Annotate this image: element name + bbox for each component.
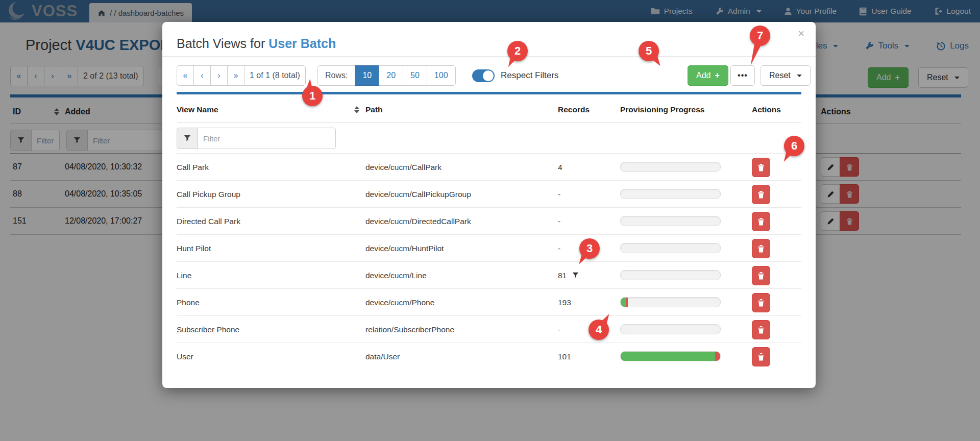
chevron-down-icon [797, 75, 802, 77]
column-header-actions: Actions [752, 105, 781, 114]
cell-path: device/cucm/CallPark [365, 163, 442, 172]
delete-button[interactable] [752, 347, 770, 366]
sort-icon[interactable] [354, 106, 359, 113]
cell-records: - [558, 325, 560, 334]
divider [177, 342, 801, 343]
cell-records: - [558, 244, 560, 253]
divider [177, 122, 801, 123]
divider [177, 207, 801, 208]
rows-option-10[interactable]: 10 [355, 65, 379, 86]
trash-icon [757, 272, 765, 280]
divider [177, 288, 801, 289]
column-header-progress: Provisioning Progress [620, 105, 704, 114]
divider [177, 153, 801, 154]
column-header-path[interactable]: Path [365, 105, 383, 114]
cell-view-name: Phone [177, 298, 200, 307]
cell-records: - [558, 217, 560, 226]
add-button[interactable]: Add+ [688, 65, 728, 86]
cell-path: device/cucm/HuntPilot [365, 244, 444, 253]
callout-badge-6: 6 [784, 136, 804, 156]
first-page-button[interactable]: « [177, 65, 194, 86]
progress-bar [620, 351, 721, 361]
filter-icon [572, 272, 579, 279]
cell-path: device/cucm/Phone [365, 298, 434, 307]
delete-button[interactable] [752, 239, 770, 258]
cell-path: relation/SubscriberPhone [365, 325, 454, 334]
cell-records: 193 [558, 298, 571, 307]
cell-path: data/User [365, 352, 400, 361]
rows-label: Rows: [317, 65, 355, 86]
filter-icon [184, 135, 191, 142]
plus-icon: + [715, 71, 719, 80]
cell-view-name: Directed Call Park [177, 217, 240, 226]
progress-bar [620, 189, 721, 199]
cell-view-name: Hunt Pilot [177, 244, 211, 253]
divider [177, 234, 801, 235]
rows-per-page-group: Rows: 10 20 50 100 [317, 65, 456, 86]
delete-button[interactable] [752, 293, 770, 312]
trash-icon [757, 299, 765, 307]
cell-view-name: User [177, 352, 193, 361]
modal-pagination: « ‹ › » 1 of 1 (8 total) [177, 65, 306, 86]
more-actions-button[interactable]: ••• [730, 65, 755, 86]
divider [177, 261, 801, 262]
reset-button[interactable]: Reset [761, 65, 811, 86]
trash-icon [757, 190, 765, 199]
respect-filters-label: Respect Filters [501, 70, 558, 81]
last-page-button[interactable]: » [227, 65, 244, 86]
divider [177, 315, 801, 316]
respect-filters-toggle[interactable] [472, 69, 495, 82]
divider [177, 180, 801, 181]
view-name-filter-input[interactable] [198, 128, 336, 149]
trash-icon [757, 353, 765, 361]
delete-button[interactable] [752, 266, 770, 285]
batch-name: User Batch [268, 36, 336, 51]
toggle-knob [483, 70, 494, 81]
callout-badge-5: 5 [639, 41, 659, 61]
callout-badge-2: 2 [507, 41, 528, 61]
next-page-button[interactable]: › [210, 65, 228, 86]
delete-button[interactable] [752, 158, 770, 177]
cell-view-name: Subscriber Phone [177, 325, 239, 334]
delete-button[interactable] [752, 320, 770, 339]
callout-badge-3: 3 [579, 238, 600, 259]
cell-records: 81 [558, 271, 579, 280]
modal-title: Batch Views for User Batch [177, 36, 336, 51]
trash-icon [757, 326, 765, 334]
progress-bar [620, 243, 721, 253]
progress-bar [620, 216, 721, 226]
rows-option-50[interactable]: 50 [403, 65, 427, 86]
divider [162, 56, 816, 57]
cell-view-name: Call Pickup Group [177, 190, 240, 199]
ellipsis-icon: ••• [738, 71, 748, 80]
progress-bar [620, 297, 721, 307]
callout-badge-1: 1 [302, 86, 323, 106]
progress-bar [620, 270, 721, 280]
view-name-filter [177, 128, 336, 149]
close-icon[interactable]: × [798, 27, 804, 40]
cell-records: 101 [558, 352, 571, 361]
delete-button[interactable] [752, 185, 770, 204]
cell-path: device/cucm/Line [365, 271, 427, 280]
trash-icon [757, 217, 765, 226]
progress-bar [620, 324, 721, 334]
progress-bar [620, 162, 721, 172]
delete-button[interactable] [752, 212, 770, 231]
callout-badge-4: 4 [589, 320, 609, 340]
table-top-rule [177, 92, 801, 94]
cell-view-name: Line [177, 271, 191, 280]
rows-option-20[interactable]: 20 [379, 65, 403, 86]
page-status: 1 of 1 (8 total) [244, 65, 306, 86]
rows-option-100[interactable]: 100 [427, 65, 456, 86]
prev-page-button[interactable]: ‹ [193, 65, 211, 86]
column-header-view-name[interactable]: View Name [177, 105, 218, 114]
filter-button[interactable] [177, 128, 198, 149]
callout-badge-7: 7 [750, 26, 770, 46]
cell-records: 4 [558, 163, 562, 172]
trash-icon [757, 244, 765, 253]
column-header-records: Records [558, 105, 590, 114]
cell-view-name: Call Park [177, 163, 209, 172]
trash-icon [757, 163, 765, 172]
cell-path: device/cucm/DirectedCallPark [365, 217, 471, 226]
cell-records: - [558, 190, 560, 199]
